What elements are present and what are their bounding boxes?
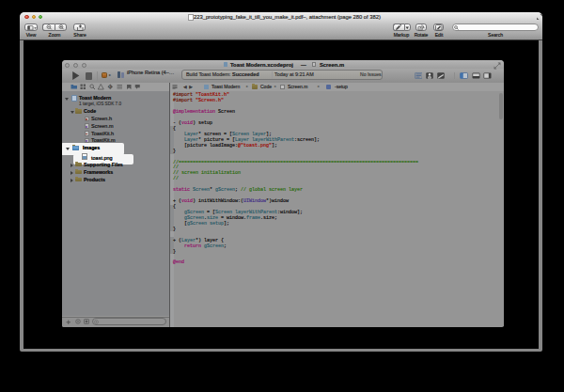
svg-text:!: ! bbox=[109, 85, 110, 89]
